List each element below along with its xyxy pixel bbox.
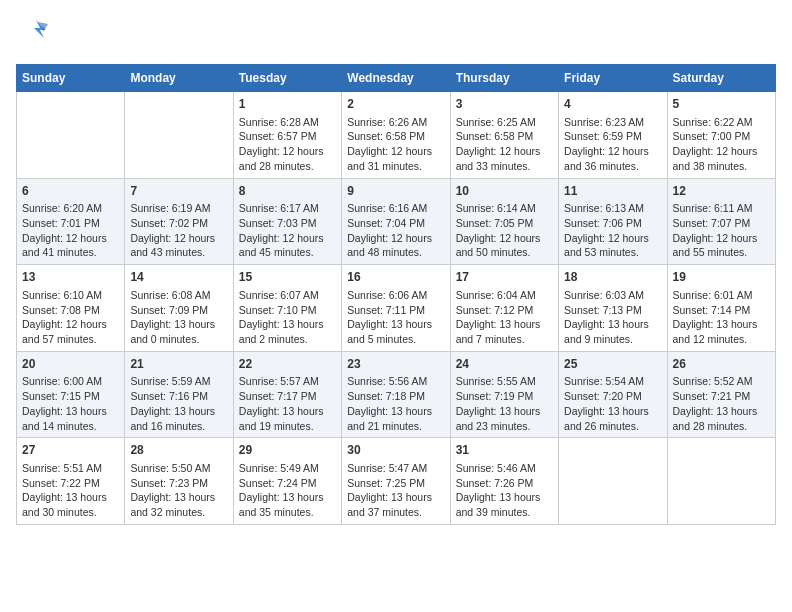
day-info: Sunset: 7:17 PM	[239, 389, 336, 404]
day-info: Sunset: 7:08 PM	[22, 303, 119, 318]
day-info: Sunset: 7:02 PM	[130, 216, 227, 231]
calendar-cell: 3Sunrise: 6:25 AMSunset: 6:58 PMDaylight…	[450, 92, 558, 179]
day-info: and 41 minutes.	[22, 245, 119, 260]
day-info: Sunset: 7:01 PM	[22, 216, 119, 231]
day-info: Daylight: 13 hours	[564, 404, 661, 419]
day-number: 14	[130, 269, 227, 286]
day-info: Sunrise: 6:16 AM	[347, 201, 444, 216]
day-info: Sunset: 7:05 PM	[456, 216, 553, 231]
day-info: Sunset: 7:14 PM	[673, 303, 770, 318]
day-info: Sunset: 7:25 PM	[347, 476, 444, 491]
day-info: and 57 minutes.	[22, 332, 119, 347]
calendar-week-5: 27Sunrise: 5:51 AMSunset: 7:22 PMDayligh…	[17, 438, 776, 525]
day-info: Sunset: 7:23 PM	[130, 476, 227, 491]
day-info: Sunrise: 6:08 AM	[130, 288, 227, 303]
day-info: Sunrise: 5:50 AM	[130, 461, 227, 476]
day-info: and 7 minutes.	[456, 332, 553, 347]
day-info: Daylight: 13 hours	[347, 404, 444, 419]
day-info: Daylight: 13 hours	[673, 404, 770, 419]
day-info: Sunrise: 5:47 AM	[347, 461, 444, 476]
day-info: Sunset: 7:11 PM	[347, 303, 444, 318]
calendar-cell	[17, 92, 125, 179]
calendar-cell: 6Sunrise: 6:20 AMSunset: 7:01 PMDaylight…	[17, 178, 125, 265]
day-info: Sunset: 7:16 PM	[130, 389, 227, 404]
day-info: and 50 minutes.	[456, 245, 553, 260]
day-info: Sunset: 7:03 PM	[239, 216, 336, 231]
calendar-cell: 19Sunrise: 6:01 AMSunset: 7:14 PMDayligh…	[667, 265, 775, 352]
day-info: and 35 minutes.	[239, 505, 336, 520]
day-info: Daylight: 13 hours	[130, 490, 227, 505]
day-info: and 38 minutes.	[673, 159, 770, 174]
day-info: Daylight: 12 hours	[564, 231, 661, 246]
day-info: Sunrise: 6:23 AM	[564, 115, 661, 130]
day-info: Sunrise: 5:59 AM	[130, 374, 227, 389]
day-info: Sunset: 7:21 PM	[673, 389, 770, 404]
day-number: 6	[22, 183, 119, 200]
day-info: and 55 minutes.	[673, 245, 770, 260]
day-info: Sunrise: 6:13 AM	[564, 201, 661, 216]
day-number: 2	[347, 96, 444, 113]
day-info: Sunset: 7:10 PM	[239, 303, 336, 318]
day-number: 1	[239, 96, 336, 113]
day-info: Sunset: 7:19 PM	[456, 389, 553, 404]
calendar-cell: 22Sunrise: 5:57 AMSunset: 7:17 PMDayligh…	[233, 351, 341, 438]
calendar-cell: 25Sunrise: 5:54 AMSunset: 7:20 PMDayligh…	[559, 351, 667, 438]
day-info: Sunrise: 5:49 AM	[239, 461, 336, 476]
day-info: Sunrise: 5:52 AM	[673, 374, 770, 389]
day-number: 28	[130, 442, 227, 459]
day-info: Daylight: 12 hours	[22, 231, 119, 246]
day-info: Sunrise: 6:20 AM	[22, 201, 119, 216]
calendar-week-3: 13Sunrise: 6:10 AMSunset: 7:08 PMDayligh…	[17, 265, 776, 352]
calendar-week-2: 6Sunrise: 6:20 AMSunset: 7:01 PMDaylight…	[17, 178, 776, 265]
day-info: Daylight: 12 hours	[347, 144, 444, 159]
day-info: Daylight: 12 hours	[673, 231, 770, 246]
calendar-header-tuesday: Tuesday	[233, 65, 341, 92]
calendar-cell: 28Sunrise: 5:50 AMSunset: 7:23 PMDayligh…	[125, 438, 233, 525]
day-info: Sunrise: 6:17 AM	[239, 201, 336, 216]
day-info: Daylight: 12 hours	[130, 231, 227, 246]
day-number: 4	[564, 96, 661, 113]
calendar-cell: 12Sunrise: 6:11 AMSunset: 7:07 PMDayligh…	[667, 178, 775, 265]
day-info: Sunset: 7:12 PM	[456, 303, 553, 318]
calendar-week-4: 20Sunrise: 6:00 AMSunset: 7:15 PMDayligh…	[17, 351, 776, 438]
calendar-table: SundayMondayTuesdayWednesdayThursdayFrid…	[16, 64, 776, 525]
day-info: Daylight: 13 hours	[456, 490, 553, 505]
day-info: Daylight: 13 hours	[130, 317, 227, 332]
calendar-header-sunday: Sunday	[17, 65, 125, 92]
day-info: Sunrise: 6:01 AM	[673, 288, 770, 303]
day-info: Daylight: 12 hours	[347, 231, 444, 246]
calendar-cell: 18Sunrise: 6:03 AMSunset: 7:13 PMDayligh…	[559, 265, 667, 352]
day-number: 23	[347, 356, 444, 373]
day-info: Sunrise: 6:00 AM	[22, 374, 119, 389]
calendar-cell: 15Sunrise: 6:07 AMSunset: 7:10 PMDayligh…	[233, 265, 341, 352]
day-info: Daylight: 13 hours	[239, 490, 336, 505]
calendar-cell: 24Sunrise: 5:55 AMSunset: 7:19 PMDayligh…	[450, 351, 558, 438]
day-number: 21	[130, 356, 227, 373]
day-number: 29	[239, 442, 336, 459]
day-info: Sunset: 7:13 PM	[564, 303, 661, 318]
day-info: and 53 minutes.	[564, 245, 661, 260]
day-number: 7	[130, 183, 227, 200]
day-info: and 9 minutes.	[564, 332, 661, 347]
day-info: and 0 minutes.	[130, 332, 227, 347]
day-info: and 16 minutes.	[130, 419, 227, 434]
calendar-cell: 13Sunrise: 6:10 AMSunset: 7:08 PMDayligh…	[17, 265, 125, 352]
day-info: and 30 minutes.	[22, 505, 119, 520]
day-info: Sunrise: 5:54 AM	[564, 374, 661, 389]
day-info: Sunrise: 6:11 AM	[673, 201, 770, 216]
calendar-cell: 29Sunrise: 5:49 AMSunset: 7:24 PMDayligh…	[233, 438, 341, 525]
day-number: 22	[239, 356, 336, 373]
day-info: Daylight: 13 hours	[22, 404, 119, 419]
calendar-header-thursday: Thursday	[450, 65, 558, 92]
calendar-cell: 2Sunrise: 6:26 AMSunset: 6:58 PMDaylight…	[342, 92, 450, 179]
day-info: and 36 minutes.	[564, 159, 661, 174]
day-info: and 21 minutes.	[347, 419, 444, 434]
logo-icon	[16, 16, 52, 52]
day-info: Sunrise: 6:14 AM	[456, 201, 553, 216]
day-info: and 28 minutes.	[673, 419, 770, 434]
day-info: and 5 minutes.	[347, 332, 444, 347]
day-info: Sunrise: 5:51 AM	[22, 461, 119, 476]
day-info: Sunrise: 6:06 AM	[347, 288, 444, 303]
day-info: Daylight: 12 hours	[564, 144, 661, 159]
calendar-cell: 21Sunrise: 5:59 AMSunset: 7:16 PMDayligh…	[125, 351, 233, 438]
